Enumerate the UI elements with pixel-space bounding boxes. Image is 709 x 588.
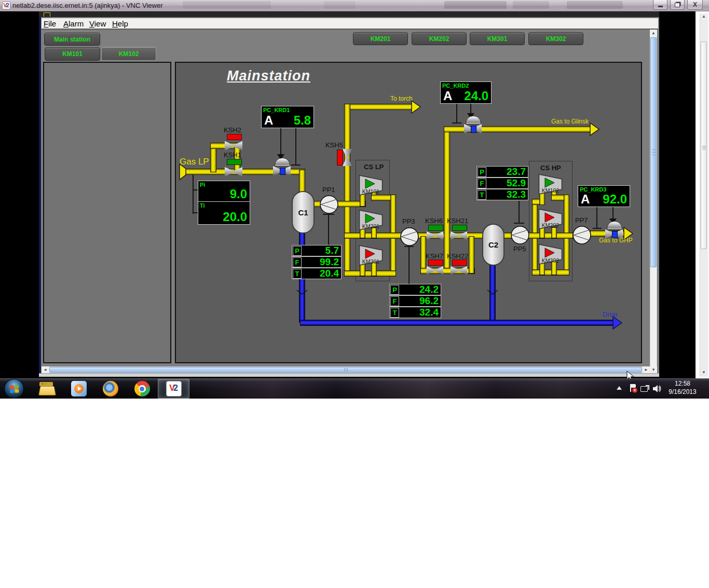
titlebar-glass-artifact [444,1,507,9]
screen: V2 netlab2.dese.iisc.ernet.in:5 (ajinkya… [0,0,709,588]
network-icon[interactable] [640,385,650,392]
hscroll-left-arrow[interactable]: ◄ [42,366,49,373]
pft-hp-t-label: T [478,190,486,200]
button-km201[interactable]: KM201 [353,32,408,45]
vessel-c2-label: C2 [488,240,498,249]
vessel-c1-label: C1 [298,208,308,217]
pipe-hp-bottom [532,269,569,276]
pipe-bypass2-right [469,236,474,274]
button-km301[interactable]: KM301 [470,32,525,45]
pft-hp-t-value: 32.3 [507,189,526,200]
pump-pp3[interactable] [400,227,419,247]
torch-arrow-icon [411,100,421,114]
compressor-km301-label: KM301 [359,258,383,265]
gas-to-ghp-label: Gas to GHP [599,237,633,244]
vscroll-thumb[interactable] [650,37,657,267]
vnc-vscroll-up-arrow[interactable]: ▲ [702,15,706,19]
button-km302[interactable]: KM302 [528,32,583,45]
display-pckrd1[interactable]: PC_KRD1 A 5.8 [261,106,314,128]
display-pckrd3[interactable]: PC_KRD3 A 92.0 [578,185,630,207]
valve-ksh1-status [227,159,242,165]
taskbar-chrome-button[interactable] [126,379,158,399]
menu-help[interactable]: Help [112,19,128,28]
glinsk-arrow-icon [590,122,600,136]
vnc-vscroll-thumb[interactable] [701,42,707,249]
vscroll-up-arrow[interactable]: ▲ [650,30,657,36]
tray-clock[interactable]: 12:58 9/16/2013 [664,379,701,397]
button-main-station[interactable]: Main station [44,33,100,46]
sense-bracket-inlet [193,175,194,214]
pump-pp5[interactable] [510,225,530,245]
taskbar-wmp-button[interactable] [63,379,94,399]
display-pi[interactable]: Pi 9.0 [198,181,250,202]
remote-desktop-background [659,11,696,378]
display-ti[interactable]: Ti 20.0 [198,201,250,225]
pft-display-hp: P23.7 F52.9 T32.3 [476,166,528,201]
pft-lp-p-value: 5.7 [325,245,339,256]
sense-line-pckrd3 [596,206,597,229]
menu-view[interactable]: View [89,19,106,28]
sense-line-pft-mid [408,247,410,284]
pft-display-lp: P5.7 F99.2 T20.4 [292,245,342,279]
display-pckrd1-tag: PC_KRD1 [263,107,290,113]
start-button[interactable] [4,379,24,399]
clock-date: 9/16/2013 [664,388,701,396]
pump-pp7[interactable] [572,225,592,245]
titlebar-glass-artifact [183,1,271,9]
display-pckrd2[interactable]: PC_KRD2 A 24.0 [440,81,492,104]
vessel-c2[interactable]: C2 [482,224,505,266]
valve-ksh6-label: KSH6 [425,217,443,225]
menu-alarm[interactable]: Alarm [63,19,84,28]
signal-line-pckrd2 [470,103,471,114]
sense-line-pft-hp [519,201,520,224]
compressor-km102-label: KM102 [538,187,563,194]
minimize-button[interactable] [653,0,667,10]
button-km102[interactable]: KM102 [101,47,156,61]
close-button[interactable]: X [687,0,703,10]
hscroll-thumb[interactable] [49,367,642,373]
pft-mid-f-value: 96.2 [419,296,439,306]
sense-line-pckrd2 [456,103,457,124]
taskbar-explorer-button[interactable] [31,379,62,399]
pipe-hp-mid [528,233,573,239]
taskbar-firefox-button[interactable] [94,379,126,399]
restore-button[interactable] [670,0,685,10]
firefox-icon [103,381,118,396]
control-valve-pckrd1[interactable] [273,157,291,176]
hscroll-right-arrow[interactable]: ► [643,366,650,373]
compressor-km302-label: KM302 [538,257,563,264]
valve-ksh5-label: KSH5 [325,141,343,149]
volume-icon[interactable] [652,385,662,393]
valve-ksh1-label: KSH1 [224,151,241,159]
compressor-km202-label: KM202 [538,222,563,228]
pft-mid-f-label: F [390,296,399,306]
button-km202[interactable]: KM202 [412,32,467,45]
action-center-flag-icon[interactable]: x [629,384,637,393]
display-ti-value: 20.0 [223,210,247,224]
pump-pp1[interactable] [319,195,339,214]
pft-hp-f-value: 52.9 [507,178,526,188]
vessel-c1[interactable]: C1 [292,191,315,234]
tray-show-hidden-icon[interactable] [617,386,622,390]
valve-stem-icon [280,168,285,175]
titlebar-glass-artifact [324,1,355,9]
page-title: Mainstation [227,68,310,84]
menu-file[interactable]: File [44,19,56,28]
titlebar-glass-artifact [567,1,623,9]
valve-ksh22-status [452,259,467,266]
to-torch-label: To torch [390,95,413,102]
signal-line-pckrd1 [280,127,281,154]
pipe-drop [300,320,616,326]
taskbar-vnc-button[interactable]: V2 [158,379,189,399]
pipe-into-c1 [299,170,305,194]
vnc-vscroll-down-arrow[interactable]: ▼ [702,371,706,375]
button-km101[interactable]: KM101 [45,47,100,61]
pump-pp1-label: PP1 [322,186,335,194]
control-valve-pckrd2[interactable] [464,115,482,134]
pft-lp-f-label: F [293,257,302,267]
vscroll-down-arrow[interactable]: ▼ [650,366,657,373]
compressor-km201-label: KM201 [359,223,383,229]
scada-window-left-border [39,17,41,377]
below-screen-white [0,399,709,588]
display-pckrd2-mode: A [443,89,452,103]
